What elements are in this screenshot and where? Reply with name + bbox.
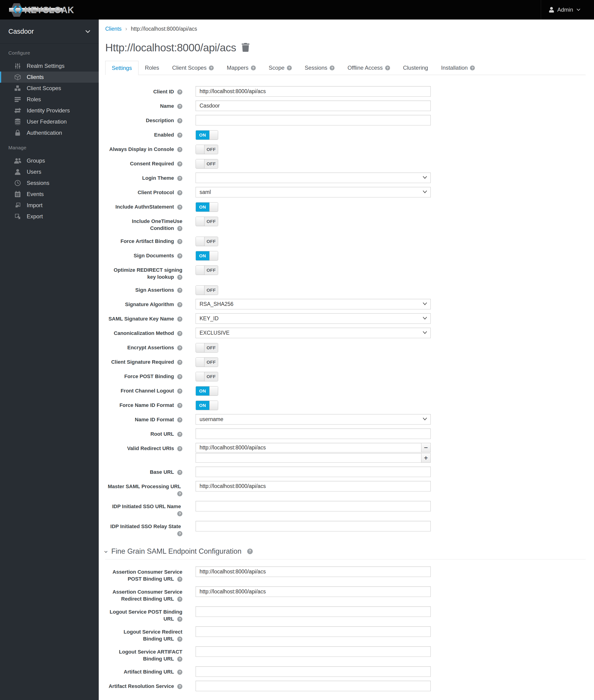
tab-sessions[interactable]: Sessions? xyxy=(298,61,341,75)
toggle-state-label: OFF xyxy=(204,237,218,246)
field-label: Encrypt Assertions ? xyxy=(105,342,183,351)
sidebar-item-import[interactable]: Import xyxy=(0,200,99,211)
help-icon: ? xyxy=(177,597,183,602)
sidebar-item-export[interactable]: Export xyxy=(0,211,99,222)
field-label: Valid Redirect URIs ? xyxy=(105,443,183,452)
sidebar-item-label: Import xyxy=(27,202,42,208)
always-display-in-console-toggle[interactable]: OFF xyxy=(196,145,218,154)
toggle-state-label: OFF xyxy=(204,159,218,168)
lock-icon xyxy=(14,130,21,136)
user-icon xyxy=(549,7,554,12)
redirect-uri-input[interactable] xyxy=(196,443,421,453)
delete-client-button[interactable] xyxy=(241,42,251,54)
login-theme-select[interactable] xyxy=(196,173,431,183)
sidebar-item-client-scopes[interactable]: Client Scopes xyxy=(0,83,99,94)
form-row-encrypt-assertions: Encrypt Assertions ?OFF xyxy=(105,342,586,353)
artifact-binding-url-input[interactable] xyxy=(196,666,431,677)
assertion-consumer-service-redirect-binding-url-input[interactable] xyxy=(196,587,431,597)
select-value: saml xyxy=(200,189,211,195)
tab-offline-access[interactable]: Offline Access? xyxy=(341,61,397,75)
optimize-redirect-signing-key-lookup-toggle[interactable]: OFF xyxy=(196,265,218,275)
tab-clustering[interactable]: Clustering xyxy=(397,61,435,75)
form-row-force-post-binding: Force POST Binding ?OFF xyxy=(105,371,586,381)
client-protocol-select[interactable]: saml xyxy=(196,187,431,197)
enabled-toggle[interactable]: ON xyxy=(196,130,218,140)
sidebar-item-users[interactable]: Users xyxy=(0,166,99,177)
logout-service-artifact-binding-url-input[interactable] xyxy=(196,646,431,657)
sidebar-item-authentication[interactable]: Authentication xyxy=(0,127,99,138)
select-value: EXCLUSIVE xyxy=(200,330,230,336)
force-post-binding-toggle[interactable]: OFF xyxy=(196,372,218,381)
master-saml-processing-url-input[interactable] xyxy=(196,481,431,492)
help-icon: ? xyxy=(177,389,183,394)
help-icon: ? xyxy=(177,133,183,138)
sign-documents-toggle[interactable]: ON xyxy=(196,251,218,261)
section-header-fine-grain-saml-endpoint-configuration[interactable]: ›Fine Grain SAML Endpoint Configuration? xyxy=(105,547,586,556)
sign-assertions-toggle[interactable]: OFF xyxy=(196,286,218,295)
toggle-state-label: OFF xyxy=(204,286,218,295)
field-label: IDP Initiated SSO Relay State ? xyxy=(105,521,183,537)
name-id-format-select[interactable]: username xyxy=(196,414,431,425)
help-icon: ? xyxy=(177,637,183,642)
sidebar-item-clients[interactable]: Clients xyxy=(0,71,99,83)
sidebar-item-identity-providers[interactable]: Identity Providers xyxy=(0,105,99,116)
canonicalization-method-select[interactable]: EXCLUSIVE xyxy=(196,328,431,338)
list-icon xyxy=(14,97,21,102)
help-icon: ? xyxy=(177,670,183,675)
description-input[interactable] xyxy=(196,115,431,125)
assertion-consumer-service-post-binding-url-input[interactable] xyxy=(196,566,431,577)
user-menu[interactable]: Admin xyxy=(541,0,594,20)
remove-uri-button[interactable]: − xyxy=(421,443,431,453)
tab-mappers[interactable]: Mappers? xyxy=(220,61,262,75)
front-channel-logout-toggle[interactable]: ON xyxy=(196,386,218,396)
logout-service-redirect-binding-url-input[interactable] xyxy=(196,626,431,637)
sidebar-item-events[interactable]: Events xyxy=(0,189,99,200)
help-icon: ? xyxy=(177,374,183,379)
sidebar-item-sessions[interactable]: Sessions xyxy=(0,177,99,189)
artifact-resolution-service-input[interactable] xyxy=(196,681,431,691)
saml-signature-key-name-select[interactable]: KEY_ID xyxy=(196,313,431,324)
add-uri-button[interactable]: + xyxy=(421,453,431,463)
logout-service-post-binding-url-input[interactable] xyxy=(196,606,431,617)
encrypt-assertions-toggle[interactable]: OFF xyxy=(196,343,218,353)
help-icon: ? xyxy=(177,446,183,451)
include-authnstatement-toggle[interactable]: ON xyxy=(196,202,218,212)
help-icon: ? xyxy=(177,432,183,437)
tab-settings[interactable]: Settings xyxy=(105,61,138,75)
tab-installation[interactable]: Installation? xyxy=(435,61,482,75)
help-icon: ? xyxy=(177,226,183,231)
breadcrumb-clients-link[interactable]: Clients xyxy=(105,26,122,32)
tab-label: Client Scopes xyxy=(172,65,206,71)
client-id-input[interactable] xyxy=(196,86,431,97)
toggle-state-label: ON xyxy=(196,251,209,260)
sidebar-item-roles[interactable]: Roles xyxy=(0,94,99,105)
tab-roles[interactable]: Roles xyxy=(138,61,166,75)
consent-required-toggle[interactable]: OFF xyxy=(196,159,218,169)
sidebar-item-groups[interactable]: Groups xyxy=(0,155,99,166)
sidebar-item-label: Clients xyxy=(27,74,44,80)
signature-algorithm-select[interactable]: RSA_SHA256 xyxy=(196,299,431,309)
sidebar-item-user-federation[interactable]: User Federation xyxy=(0,116,99,127)
tab-scope[interactable]: Scope? xyxy=(262,61,298,75)
root-url-input[interactable] xyxy=(196,429,431,439)
user-menu-label: Admin xyxy=(557,6,573,13)
form-row-artifact-resolution-service: Artifact Resolution Service ? xyxy=(105,681,586,691)
realm-selector[interactable]: Casdoor xyxy=(0,20,99,44)
idp-initiated-sso-url-name-input[interactable] xyxy=(196,501,431,511)
force-name-id-format-toggle[interactable]: ON xyxy=(196,401,218,410)
idp-initiated-sso-relay-state-input[interactable] xyxy=(196,521,431,531)
field-label: Name ? xyxy=(105,101,183,110)
base-url-input[interactable] xyxy=(196,467,431,477)
help-icon: ? xyxy=(177,470,183,475)
name-input[interactable] xyxy=(196,101,431,111)
sidebar-item-realm-settings[interactable]: Realm Settings xyxy=(0,60,99,71)
help-icon: ? xyxy=(177,531,183,536)
chevron-down-icon xyxy=(423,316,427,320)
tab-client-scopes[interactable]: Client Scopes? xyxy=(166,61,220,75)
help-icon: ? xyxy=(177,176,183,181)
force-artifact-binding-toggle[interactable]: OFF xyxy=(196,237,218,246)
client-signature-required-toggle[interactable]: OFF xyxy=(196,358,218,367)
redirect-uri-input[interactable] xyxy=(196,453,421,463)
include-onetimeuse-condition-toggle[interactable]: OFF xyxy=(196,217,218,226)
help-icon: ? xyxy=(385,66,390,70)
